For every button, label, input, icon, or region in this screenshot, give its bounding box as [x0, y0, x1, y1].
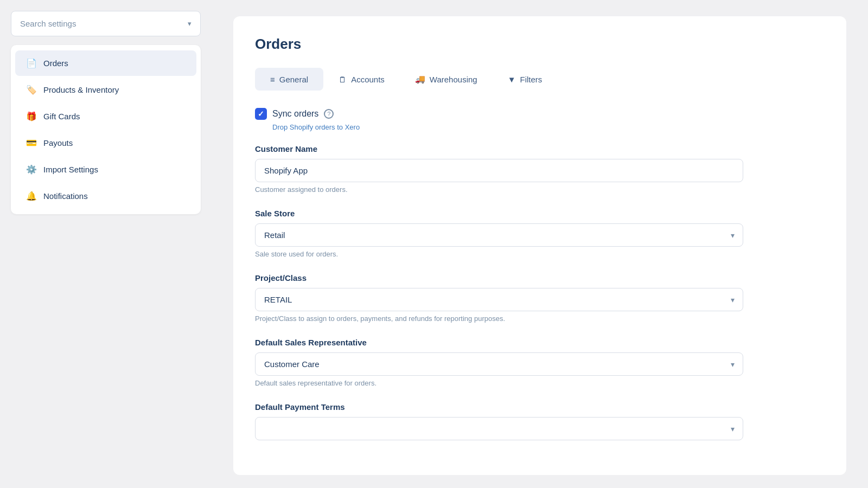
customer-name-hint: Customer assigned to orders. [255, 185, 743, 194]
sidebar-products-label: Products & Inventory [43, 85, 119, 94]
customer-name-input[interactable] [255, 159, 743, 182]
form-section: Sync orders ? Drop Shopify orders to Xer… [255, 108, 743, 440]
default-payment-terms-select[interactable] [255, 417, 743, 440]
tab-filters[interactable]: ▼ Filters [493, 68, 558, 91]
sidebar-item-import[interactable]: ⚙️ Import Settings [15, 157, 196, 182]
default-sales-rep-hint: Default sales representative for orders. [255, 379, 743, 387]
sale-store-label: Sale Store [255, 209, 743, 218]
search-settings-box[interactable]: Search settings ▾ [11, 11, 201, 36]
sidebar-orders-label: Orders [43, 59, 68, 68]
project-class-group: Project/Class RETAILWHOLESALEONLINE ▾ Pr… [255, 273, 743, 323]
sale-store-select[interactable]: RetailOnlineWholesale [255, 223, 743, 247]
default-payment-terms-label: Default Payment Terms [255, 402, 743, 412]
sidebar-gift-cards-icon: 🎁 [26, 111, 37, 121]
default-payment-terms-select-wrapper: ▾ [255, 417, 743, 440]
sidebar-payouts-icon: 💳 [26, 138, 37, 148]
sale-store-hint: Sale store used for orders. [255, 250, 743, 258]
sync-orders-help-icon[interactable]: ? [324, 109, 334, 119]
sidebar-item-orders[interactable]: 📄 Orders [15, 50, 196, 76]
sidebar-item-notifications[interactable]: 🔔 Notifications [15, 183, 196, 209]
page-title: Orders [255, 36, 825, 53]
tab-general[interactable]: ≡ General [255, 68, 323, 91]
sidebar-import-label: Import Settings [43, 165, 98, 174]
sync-orders-checkbox[interactable] [255, 108, 267, 120]
sidebar-item-products[interactable]: 🏷️ Products & Inventory [15, 77, 196, 102]
tab-general-icon: ≡ [270, 75, 275, 84]
tabs-bar: ≡ General🗒 Accounts🚚 Warehousing▼ Filter… [255, 68, 825, 91]
project-class-hint: Project/Class to assign to orders, payme… [255, 314, 743, 323]
tab-warehousing[interactable]: 🚚 Warehousing [400, 68, 493, 91]
tab-accounts-icon: 🗒 [339, 75, 347, 84]
sidebar-item-gift-cards[interactable]: 🎁 Gift Cards [15, 104, 196, 129]
project-class-select[interactable]: RETAILWHOLESALEONLINE [255, 288, 743, 311]
sidebar-gift-cards-label: Gift Cards [43, 112, 80, 121]
project-class-select-wrapper: RETAILWHOLESALEONLINE ▾ [255, 288, 743, 311]
sidebar-products-icon: 🏷️ [26, 85, 37, 95]
sidebar-notifications-label: Notifications [43, 191, 88, 201]
tab-warehousing-label: Warehousing [430, 75, 477, 84]
default-sales-rep-label: Default Sales Representative [255, 338, 743, 347]
sidebar: Search settings ▾ 📄 Orders🏷️ Products & … [0, 0, 212, 488]
main-panel: Orders ≡ General🗒 Accounts🚚 Warehousing▼… [233, 16, 846, 475]
sidebar-import-icon: ⚙️ [26, 164, 37, 175]
sidebar-item-payouts[interactable]: 💳 Payouts [15, 130, 196, 156]
customer-name-group: Customer Name Customer assigned to order… [255, 144, 743, 194]
sync-orders-hint: Drop Shopify orders to Xero [255, 123, 743, 131]
tab-general-label: General [279, 75, 308, 84]
project-class-label: Project/Class [255, 273, 743, 282]
customer-name-label: Customer Name [255, 144, 743, 153]
tab-accounts-label: Accounts [351, 75, 385, 84]
search-settings-label: Search settings [20, 19, 76, 28]
sidebar-payouts-label: Payouts [43, 138, 73, 147]
default-sales-rep-select[interactable]: Customer CareSales TeamSupport [255, 352, 743, 376]
default-sales-rep-select-wrapper: Customer CareSales TeamSupport ▾ [255, 352, 743, 376]
tab-filters-label: Filters [520, 75, 542, 84]
sync-orders-row: Sync orders ? [255, 108, 743, 120]
sidebar-card: 📄 Orders🏷️ Products & Inventory🎁 Gift Ca… [11, 45, 201, 214]
tab-accounts[interactable]: 🗒 Accounts [323, 68, 400, 91]
sale-store-select-wrapper: RetailOnlineWholesale ▾ [255, 223, 743, 247]
sidebar-notifications-icon: 🔔 [26, 191, 37, 201]
main-content: Orders ≡ General🗒 Accounts🚚 Warehousing▼… [212, 0, 868, 488]
default-payment-terms-group: Default Payment Terms ▾ [255, 402, 743, 440]
sale-store-group: Sale Store RetailOnlineWholesale ▾ Sale … [255, 209, 743, 258]
default-sales-rep-group: Default Sales Representative Customer Ca… [255, 338, 743, 387]
sidebar-orders-icon: 📄 [26, 58, 37, 68]
tab-warehousing-icon: 🚚 [415, 74, 425, 84]
search-chevron-icon: ▾ [188, 20, 192, 28]
sync-orders-label: Sync orders [272, 109, 318, 119]
tab-filters-icon: ▼ [508, 75, 516, 84]
